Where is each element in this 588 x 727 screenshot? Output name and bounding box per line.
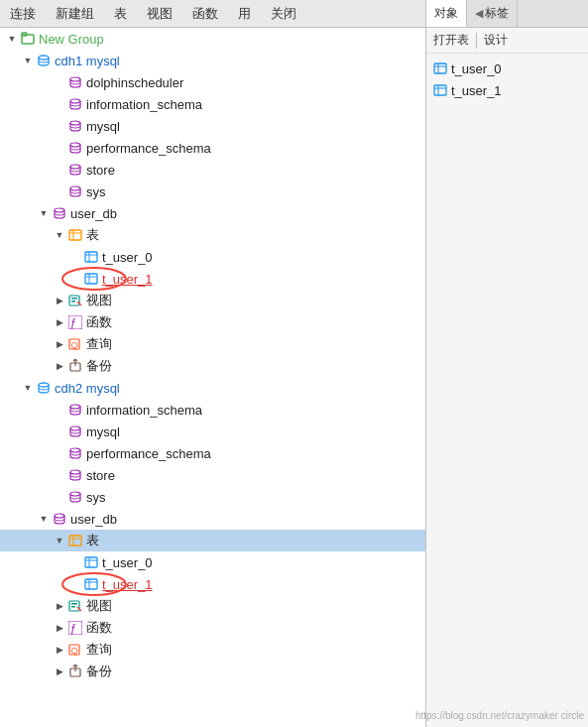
expander-user-db-1[interactable]: ▼	[36, 205, 52, 221]
tree-node-backup-2[interactable]: ▶ 备份	[0, 661, 425, 682]
table-folder-icon-1	[67, 227, 83, 243]
expander-queries-1[interactable]: ▶	[52, 336, 67, 352]
views-1-label: 视图	[86, 292, 112, 309]
design-btn[interactable]: 设计	[481, 31, 511, 50]
funcs-2-label: 函数	[86, 619, 112, 637]
expander-views-1[interactable]: ▶	[52, 293, 67, 308]
tree-node-queries-2[interactable]: ▶ Q 查询	[0, 639, 425, 661]
topbar-item-view[interactable]: 视图	[141, 3, 178, 25]
mysql-label: mysql	[86, 119, 120, 134]
tree-node-backup-1[interactable]: ▶ 备份	[0, 355, 425, 377]
table-icon-t-user-1-1	[83, 271, 99, 287]
expander-funcs-1[interactable]: ▶	[52, 314, 67, 330]
svg-point-3	[70, 77, 80, 81]
tree-node-tables-1[interactable]: ▼ 表	[0, 224, 425, 246]
expander-views-2[interactable]: ▶	[52, 598, 67, 614]
schema-icon-user-db-1	[52, 205, 67, 221]
tree-node-t-user-0-1[interactable]: t_user_0	[0, 246, 425, 268]
cdh2-label: cdh2 mysql	[55, 381, 120, 396]
svg-point-2	[39, 56, 49, 60]
topbar-item-newgroup[interactable]: 新建组	[50, 3, 100, 25]
right-panel: 对象 ◀ 标签 打开表 设计 t_u	[426, 0, 588, 727]
svg-rect-48	[71, 606, 75, 608]
expander-tables-1[interactable]: ▼	[52, 227, 67, 243]
svg-point-33	[70, 470, 80, 474]
tree-node-funcs-2[interactable]: ▶ ƒ 函数	[0, 617, 425, 639]
queries-1-label: 查询	[86, 335, 112, 353]
tree-node-perf-schema[interactable]: performance_schema	[0, 137, 425, 159]
tree-node-user-db-2[interactable]: ▼ user_db	[0, 508, 425, 530]
tree-node-views-2[interactable]: ▶ 视图	[0, 595, 425, 617]
tree-node-queries-1[interactable]: ▶ Q 查询	[0, 333, 425, 355]
t-user-1-2-label: t_user_1	[102, 577, 153, 592]
svg-rect-10	[69, 230, 81, 240]
tree-node-views-1[interactable]: ▶ 视图	[0, 290, 425, 311]
expander-new-group[interactable]: ▼	[4, 31, 20, 47]
topbar-item-close[interactable]: 关闭	[265, 3, 302, 25]
table-icon-t-user-1-2	[83, 576, 99, 592]
tree-node-t-user-1-2[interactable]: t_user_1	[0, 573, 425, 595]
topbar-item-func[interactable]: 函数	[186, 3, 224, 25]
query-icon-1: Q	[67, 336, 83, 352]
view-icon-2	[67, 598, 83, 614]
schema-icon-mysql-2	[67, 424, 83, 439]
topbar-item-use[interactable]: 用	[232, 3, 257, 25]
func-icon-2: ƒ	[67, 620, 83, 636]
tree-node-tables-2[interactable]: ▼ 表	[0, 530, 425, 551]
db-icon-cdh1	[36, 53, 52, 68]
tab-object[interactable]: 对象	[426, 0, 467, 27]
tree-node-store-2[interactable]: store	[0, 464, 425, 486]
tree-node-user-db-1[interactable]: ▼ user_db	[0, 202, 425, 224]
mysql-2-label: mysql	[86, 424, 120, 439]
tree-node-cdh1[interactable]: ▼ cdh1 mysql	[0, 50, 425, 71]
user-db-2-label: user_db	[70, 512, 117, 527]
table-icon-t-user-0-1	[83, 249, 99, 265]
open-table-btn[interactable]: 打开表	[430, 31, 472, 50]
right-table-icon-1	[432, 82, 448, 98]
svg-point-29	[39, 383, 49, 387]
tree-node-cdh2[interactable]: ▼ cdh2 mysql	[0, 377, 425, 399]
expander-funcs-2[interactable]: ▶	[52, 620, 67, 636]
schema-icon-store	[67, 162, 83, 178]
tree-node-info-schema-2[interactable]: information_schema	[0, 399, 425, 421]
tree-node-new-group[interactable]: ▼ New Group	[0, 28, 425, 50]
svg-rect-39	[85, 557, 97, 567]
tree-node-perf-schema-2[interactable]: performance_schema	[0, 442, 425, 464]
expander-backup-1[interactable]: ▶	[52, 358, 67, 374]
expander-cdh2[interactable]: ▼	[20, 380, 36, 396]
expander-tables-2[interactable]: ▼	[52, 533, 67, 548]
tree-node-mysql-2[interactable]: mysql	[0, 421, 425, 442]
right-list-item-t-user-0[interactable]: t_user_0	[428, 58, 586, 79]
svg-point-9	[55, 208, 64, 212]
expander-backup-2[interactable]: ▶	[52, 664, 67, 679]
svg-point-31	[70, 426, 80, 430]
svg-rect-55	[434, 63, 446, 73]
tree-node-sys[interactable]: sys	[0, 181, 425, 202]
tree-node-t-user-1-1[interactable]: t_user_1	[0, 268, 425, 290]
tree-node-funcs-1[interactable]: ▶ ƒ 函数	[0, 311, 425, 333]
expander-cdh1[interactable]: ▼	[20, 53, 36, 68]
schema-icon-user-db-2	[52, 511, 67, 527]
expander-queries-2[interactable]: ▶	[52, 642, 67, 658]
svg-rect-47	[71, 603, 77, 605]
backup-icon-2	[67, 664, 83, 679]
topbar-item-table[interactable]: 表	[108, 3, 133, 25]
tree-node-t-user-0-2[interactable]: t_user_0	[0, 551, 425, 573]
tree-node-sys-2[interactable]: sys	[0, 486, 425, 508]
schema-icon-dolphin	[67, 74, 83, 90]
tab-label[interactable]: ◀ 标签	[467, 0, 518, 27]
svg-point-4	[70, 99, 80, 103]
svg-text:ƒ: ƒ	[69, 622, 76, 635]
tree-node-dolphin[interactable]: dolphinscheduler	[0, 71, 425, 93]
expander-user-db-2[interactable]: ▼	[36, 511, 52, 527]
topbar-item-connect[interactable]: 连接	[4, 3, 42, 25]
store-label: store	[86, 163, 115, 178]
right-toolbar: 打开表 设计	[426, 28, 588, 54]
tab-object-label: 对象	[434, 5, 458, 22]
query-icon-2: Q	[67, 642, 83, 658]
tree-node-info-schema[interactable]: information_schema	[0, 93, 425, 115]
tree-node-store[interactable]: store	[0, 159, 425, 181]
right-list-item-t-user-1[interactable]: t_user_1	[428, 79, 586, 101]
sys-label: sys	[86, 184, 106, 199]
tree-node-mysql[interactable]: mysql	[0, 115, 425, 137]
